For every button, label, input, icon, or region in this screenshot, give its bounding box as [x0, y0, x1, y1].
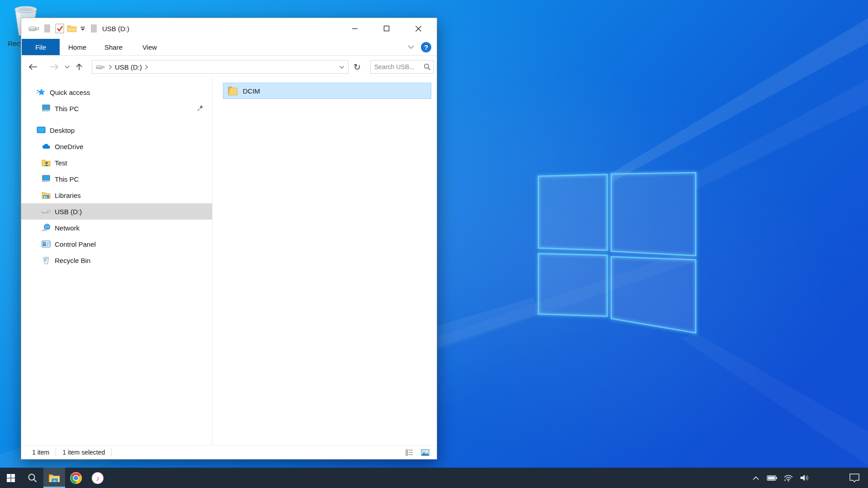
close-icon [415, 25, 422, 32]
windows-start-icon [6, 474, 15, 483]
navigation-bar: USB (D:) ↻ [21, 56, 437, 78]
sidebar-item-desktop[interactable]: Desktop [21, 122, 212, 138]
show-hidden-icons-button[interactable] [748, 468, 764, 488]
speaker-icon [800, 474, 810, 482]
title-bar[interactable]: USB (D:) [21, 18, 437, 39]
status-bar: 1 item 1 item selected [21, 445, 437, 459]
action-center-button[interactable] [841, 468, 868, 488]
qat-properties-button[interactable] [55, 23, 64, 33]
this-pc-icon [42, 174, 51, 183]
sidebar-item-label: Test [55, 159, 67, 167]
start-button[interactable] [0, 468, 22, 488]
taskbar-search-button[interactable] [22, 468, 43, 488]
file-item-dcim[interactable]: DCIM [223, 83, 431, 99]
details-view-button[interactable] [404, 447, 415, 457]
taskbar-file-explorer-button[interactable] [43, 468, 65, 488]
system-tray [748, 468, 868, 488]
chevron-down-icon [65, 66, 70, 69]
battery-icon [767, 475, 778, 481]
back-button[interactable] [28, 63, 38, 70]
wifi-icon [783, 474, 793, 482]
title-separator [91, 24, 97, 33]
file-list[interactable]: DCIM [212, 78, 437, 445]
sidebar-item-network[interactable]: Network [21, 220, 212, 236]
close-button[interactable] [402, 18, 434, 39]
navigation-pane: Quick access This PC [21, 78, 212, 445]
chevron-down-icon [339, 66, 344, 69]
minimize-button[interactable] [339, 18, 371, 39]
sidebar-item-label: OneDrive [55, 143, 83, 150]
recent-locations-button[interactable] [64, 66, 70, 69]
sidebar-item-label: Quick access [50, 89, 90, 96]
wifi-indicator[interactable] [780, 468, 797, 488]
breadcrumb[interactable]: USB (D:) [115, 63, 142, 71]
qat-new-folder-button[interactable] [67, 25, 77, 33]
tab-home[interactable]: Home [60, 39, 95, 55]
maximize-button[interactable] [371, 18, 402, 39]
forward-arrow-icon [49, 63, 59, 70]
thumbnail-view-icon [421, 449, 429, 456]
status-separator [56, 448, 56, 456]
sidebar-item-this-pc[interactable]: This PC [21, 171, 212, 187]
refresh-button[interactable]: ↻ [351, 62, 363, 72]
sidebar-item-label: Recycle Bin [55, 257, 90, 264]
usb-drive-icon [96, 64, 105, 70]
tab-file[interactable]: File [22, 39, 60, 55]
details-view-icon [406, 449, 414, 456]
chevron-down-bar-icon [80, 26, 86, 31]
breadcrumb-chevron-icon[interactable] [145, 65, 148, 70]
address-bar[interactable]: USB (D:) [92, 60, 349, 74]
search-icon [28, 473, 38, 483]
sidebar-item-label: Desktop [50, 127, 75, 134]
large-icons-view-button[interactable] [420, 447, 430, 457]
sidebar-item-label: This PC [55, 105, 79, 113]
desktop-icon [37, 126, 46, 135]
chevron-up-icon [752, 476, 760, 480]
usb-drive-icon [42, 207, 51, 216]
volume-indicator[interactable] [797, 468, 813, 488]
sidebar-item-control-panel[interactable]: Control Panel [21, 236, 212, 252]
minimize-icon [352, 25, 358, 32]
sidebar-item-label: Control Panel [55, 240, 96, 248]
taskbar-itunes-button[interactable]: ♪ [87, 468, 108, 488]
address-dropdown-button[interactable] [339, 63, 344, 71]
item-count: 1 item [32, 449, 49, 456]
expand-ribbon-button[interactable] [407, 43, 415, 51]
up-button[interactable] [74, 63, 85, 71]
search-input[interactable] [374, 63, 424, 70]
search-box[interactable] [370, 60, 434, 74]
file-explorer-icon [48, 473, 60, 483]
libraries-icon [42, 191, 51, 200]
up-arrow-icon [75, 63, 83, 71]
music-note-glyph: ♪ [96, 474, 99, 482]
file-explorer-window: USB (D:) [21, 18, 437, 460]
sidebar-item-libraries[interactable]: Libraries [21, 187, 212, 203]
checkmark-page-icon [55, 23, 64, 33]
desktop: ♻ Recycle Bin [0, 0, 868, 488]
sidebar-item-usb-drive[interactable]: USB (D:) [21, 203, 212, 220]
sidebar-item-onedrive[interactable]: OneDrive [21, 138, 212, 155]
forward-button[interactable] [49, 63, 60, 70]
tab-share[interactable]: Share [95, 39, 132, 55]
sidebar-item-quick-access[interactable]: Quick access [21, 84, 212, 100]
battery-indicator[interactable] [764, 468, 780, 488]
tab-view[interactable]: View [132, 39, 167, 55]
help-button[interactable]: ? [421, 42, 431, 52]
network-icon [42, 223, 51, 232]
this-pc-icon [42, 104, 51, 113]
sidebar-item-recycle-bin[interactable]: Recycle Bin [21, 252, 212, 268]
status-separator [111, 448, 112, 456]
chevron-down-icon [407, 45, 415, 49]
recycle-bin-icon [42, 256, 51, 265]
control-panel-icon [42, 239, 51, 249]
usb-drive-window-icon [28, 25, 39, 32]
sidebar-item-label: USB (D:) [55, 208, 82, 216]
qat-separator [44, 24, 50, 33]
sidebar-item-label: Libraries [55, 192, 81, 199]
search-icon[interactable] [424, 63, 431, 70]
sidebar-item-test[interactable]: Test [21, 155, 212, 171]
folder-icon [227, 86, 238, 96]
qat-customize-button[interactable] [80, 26, 86, 31]
taskbar-chrome-button[interactable] [65, 468, 87, 488]
sidebar-item-this-pc-pinned[interactable]: This PC [21, 100, 212, 117]
